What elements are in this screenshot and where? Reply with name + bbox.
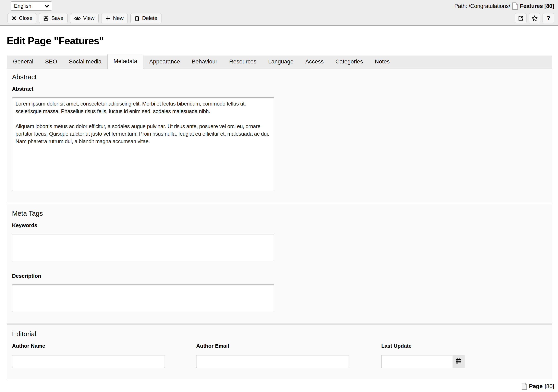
calendar-button[interactable] — [453, 355, 464, 368]
last-update-input[interactable] — [381, 355, 453, 368]
editorial-fields-row: Author Name Author Email Last Update — [12, 338, 552, 368]
footer-record-id: [80] — [545, 383, 554, 390]
close-icon — [12, 16, 17, 21]
record-footer: Page [80] — [0, 383, 558, 390]
question-mark-icon: ? — [547, 15, 550, 22]
abstract-label: Abstract — [12, 86, 552, 92]
last-update-group — [381, 355, 464, 368]
footer-record-type: Page — [529, 383, 542, 390]
tab-metadata[interactable]: Metadata — [107, 54, 143, 69]
description-textarea[interactable] — [12, 284, 274, 312]
editorial-heading: Editorial — [12, 324, 552, 338]
save-button-label: Save — [51, 15, 63, 21]
description-label: Description — [12, 273, 552, 279]
page-title: Edit Page "Features" — [7, 35, 558, 47]
abstract-textarea[interactable]: Lorem ipsum dolor sit amet, consectetur … — [12, 97, 274, 191]
save-icon — [43, 16, 49, 21]
bookmark-button[interactable] — [529, 13, 540, 23]
tab-categories[interactable]: Categories — [330, 55, 369, 68]
calendar-icon — [455, 358, 462, 365]
author-email-label: Author Email — [196, 343, 349, 349]
tab-behaviour[interactable]: Behaviour — [186, 55, 223, 68]
eye-icon — [74, 16, 81, 21]
chevron-down-icon — [44, 3, 49, 9]
save-button[interactable]: Save — [39, 13, 67, 23]
tab-access[interactable]: Access — [299, 55, 330, 68]
trash-icon — [134, 16, 140, 21]
page-record-icon — [522, 383, 527, 390]
open-in-window-button[interactable] — [515, 13, 526, 23]
delete-button[interactable]: Delete — [130, 13, 161, 23]
last-update-label: Last Update — [381, 343, 464, 349]
meta-tags-section: Meta Tags Keywords Description — [7, 204, 552, 323]
author-name-label: Author Name — [12, 343, 165, 349]
doc-toolbar: Close Save View — [8, 13, 161, 23]
close-button[interactable]: Close — [8, 13, 36, 23]
author-email-field: Author Email — [196, 338, 349, 368]
author-name-input[interactable] — [12, 355, 165, 368]
abstract-heading: Abstract — [12, 69, 552, 81]
top-header-bar: English Path: /Congratulations/ Features… — [0, 0, 558, 26]
new-button[interactable]: New — [101, 13, 128, 23]
language-select[interactable]: English — [11, 1, 52, 11]
breadcrumb: Path: /Congratulations/ Features [80] — [454, 2, 554, 10]
document-icon — [512, 2, 518, 10]
delete-button-label: Delete — [142, 15, 157, 21]
tab-language[interactable]: Language — [262, 55, 300, 68]
keywords-label: Keywords — [12, 222, 552, 228]
tab-resources[interactable]: Resources — [223, 55, 262, 68]
tab-bar: General SEO Social media Metadata Appear… — [7, 55, 552, 68]
new-button-label: New — [113, 15, 124, 21]
tab-seo[interactable]: SEO — [39, 55, 63, 68]
close-button-label: Close — [19, 15, 32, 21]
keywords-textarea[interactable] — [12, 234, 274, 261]
meta-tags-heading: Meta Tags — [12, 204, 552, 217]
editorial-section: Editorial Author Name Author Email Last … — [7, 324, 552, 379]
external-link-icon — [518, 15, 524, 21]
star-icon — [531, 15, 538, 22]
quick-actions: ? — [515, 13, 554, 23]
view-button-label: View — [83, 15, 95, 21]
path-label: Path: /Congratulations/ — [454, 3, 510, 9]
tab-notes[interactable]: Notes — [369, 55, 395, 68]
view-button[interactable]: View — [70, 13, 99, 23]
tab-social-media[interactable]: Social media — [63, 55, 107, 68]
author-email-input[interactable] — [196, 355, 349, 368]
last-update-field: Last Update — [381, 338, 464, 368]
help-button[interactable]: ? — [542, 13, 554, 23]
tab-general[interactable]: General — [7, 55, 39, 68]
abstract-section: Abstract Abstract Lorem ipsum dolor sit … — [7, 69, 552, 202]
language-select-value: English — [14, 3, 31, 9]
tab-appearance[interactable]: Appearance — [143, 55, 186, 68]
plus-icon — [105, 16, 111, 21]
record-title: Features [80] — [520, 3, 554, 9]
author-name-field: Author Name — [12, 338, 165, 368]
